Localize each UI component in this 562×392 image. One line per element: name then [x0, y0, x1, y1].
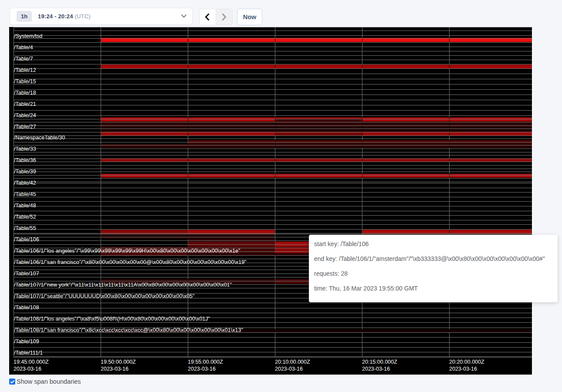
svg-text:2023-03-16: 2023-03-16	[275, 366, 303, 372]
svg-text:/NamespaceTable/30: /NamespaceTable/30	[14, 135, 65, 141]
svg-text:/Table/33: /Table/33	[14, 146, 36, 152]
svg-text:2023-03-16: 2023-03-16	[188, 366, 216, 372]
svg-text:/Table/27: /Table/27	[14, 124, 36, 130]
svg-text:19:45:00.000Z: 19:45:00.000Z	[14, 359, 49, 365]
svg-text:/Table/106/1/"los angeles"/"\x: /Table/106/1/"los angeles"/"\x99\x99\x99…	[14, 248, 240, 254]
svg-text:/Table/107/1/"new york"/"\x11\: /Table/107/1/"new york"/"\x11\x11\x11\x1…	[14, 282, 232, 288]
svg-text:/System/tsd: /System/tsd	[14, 33, 42, 39]
svg-text:19:55:00.000Z: 19:55:00.000Z	[188, 359, 223, 365]
svg-text:/Table/48: /Table/48	[14, 203, 36, 209]
svg-text:/Table/109: /Table/109	[14, 338, 39, 345]
svg-text:20:15:00.000Z: 20:15:00.000Z	[362, 359, 397, 365]
svg-text:/Table/18: /Table/18	[14, 90, 36, 96]
svg-text:20:20:00.000Z: 20:20:00.000Z	[449, 359, 484, 365]
svg-text:/Table/4: /Table/4	[14, 44, 33, 51]
svg-text:/Table/21: /Table/21	[14, 101, 36, 107]
svg-text:/Table/45: /Table/45	[14, 191, 36, 197]
svg-text:/Table/108/1/"san francisco"/": /Table/108/1/"san francisco"/"\x8c\xcc\x…	[14, 327, 243, 333]
svg-text:/Table/36: /Table/36	[14, 157, 36, 163]
svg-text:/Table/107: /Table/107	[14, 270, 39, 277]
svg-text:/Table/111/1: /Table/111/1	[14, 350, 43, 356]
svg-text:/Table/7: /Table/7	[14, 56, 33, 62]
svg-text:/Table/12: /Table/12	[14, 67, 36, 73]
svg-text:/Table/42: /Table/42	[14, 180, 36, 186]
svg-text:2023-03-16: 2023-03-16	[362, 366, 390, 372]
svg-text:/Table/106: /Table/106	[14, 237, 39, 243]
svg-text:/Table/107/1/"seattle"/"UUUUUU: /Table/107/1/"seattle"/"UUUUUUUD\x00\x80…	[14, 293, 195, 299]
svg-text:/Table/108/1/"los angeles"/"\x: /Table/108/1/"los angeles"/"\xa8\xf5\u00…	[14, 316, 210, 322]
svg-text:/Table/39: /Table/39	[14, 169, 36, 175]
svg-text:/Table/52: /Table/52	[14, 214, 36, 220]
svg-text:2023-03-16: 2023-03-16	[14, 366, 41, 372]
svg-text:20:10:00.000Z: 20:10:00.000Z	[275, 359, 310, 365]
svg-text:/Table/108: /Table/108	[14, 304, 39, 311]
svg-text:/Table/106/1/"san francisco"/": /Table/106/1/"san francisco"/"\x80\x00\x…	[14, 259, 247, 265]
svg-text:2023-03-16: 2023-03-16	[101, 366, 129, 372]
svg-text:/Table/24: /Table/24	[14, 112, 36, 118]
svg-text:19:50:00.000Z: 19:50:00.000Z	[101, 359, 136, 365]
svg-text:/Table/15: /Table/15	[14, 78, 36, 84]
svg-text:/Table/55: /Table/55	[14, 225, 36, 231]
svg-text:2023-03-16: 2023-03-16	[449, 366, 477, 372]
